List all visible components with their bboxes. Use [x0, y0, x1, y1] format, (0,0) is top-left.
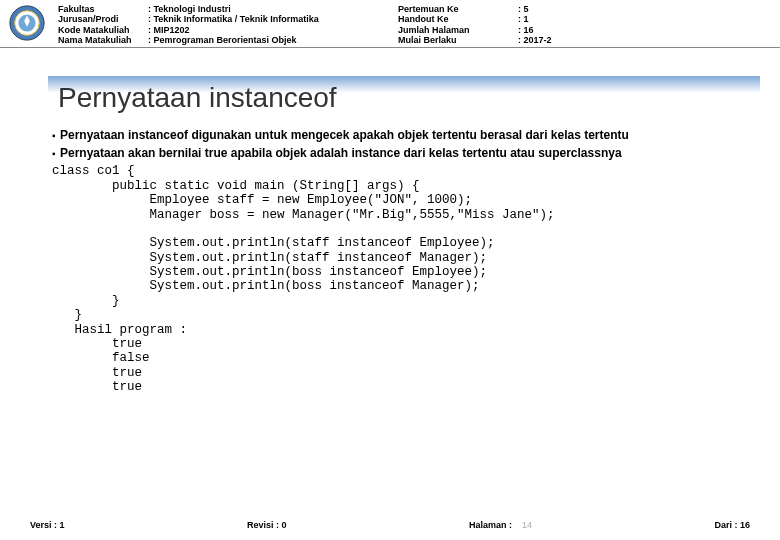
code-block: class co1 { public static void main (Str… — [52, 164, 750, 394]
hdr-v2-2: : 16 — [518, 25, 772, 35]
bullet-text: Pernyataan instanceof digunakan untuk me… — [60, 128, 629, 144]
bullet-icon: ▪ — [52, 128, 60, 144]
footer-revisi: Revisi : 0 — [247, 520, 287, 530]
footer-halaman: Halaman :14 — [469, 520, 532, 530]
hdr-l1-3: Nama Matakuliah — [58, 35, 148, 45]
bullet-text: Pernyataan akan bernilai true apabila ob… — [60, 146, 622, 162]
footer: Versi : 1 Revisi : 0 Halaman :14 Dari : … — [0, 520, 780, 530]
hdr-v1-0: : Teknologi Industri — [148, 4, 398, 14]
footer-dari: Dari : 16 — [714, 520, 750, 530]
institution-logo — [8, 4, 46, 42]
page-title-bar: Pernyataan instanceof — [48, 76, 760, 118]
bullet-item: ▪ Pernyataan akan bernilai true apabila … — [52, 146, 750, 162]
header: Fakultas Jurusan/Prodi Kode Matakuliah N… — [0, 0, 780, 48]
hdr-l2-1: Handout Ke — [398, 14, 518, 24]
hdr-l1-1: Jurusan/Prodi — [58, 14, 148, 24]
footer-versi: Versi : 1 — [30, 520, 65, 530]
hdr-l1-0: Fakultas — [58, 4, 148, 14]
hdr-v1-1: : Teknik Informatika / Teknik Informatik… — [148, 14, 398, 24]
hdr-v1-3: : Pemrograman Berorientasi Objek — [148, 35, 398, 45]
hdr-l2-3: Mulai Berlaku — [398, 35, 518, 45]
hdr-v1-2: : MIP1202 — [148, 25, 398, 35]
page-title: Pernyataan instanceof — [58, 82, 337, 113]
hdr-l2-0: Pertemuan Ke — [398, 4, 518, 14]
hdr-l2-2: Jumlah Halaman — [398, 25, 518, 35]
content-area: ▪ Pernyataan instanceof digunakan untuk … — [52, 128, 750, 394]
bullet-icon: ▪ — [52, 146, 60, 162]
bullet-item: ▪ Pernyataan instanceof digunakan untuk … — [52, 128, 750, 144]
hdr-v2-3: : 2017-2 — [518, 35, 772, 45]
hdr-l1-2: Kode Matakuliah — [58, 25, 148, 35]
hdr-v2-0: : 5 — [518, 4, 772, 14]
hdr-v2-1: : 1 — [518, 14, 772, 24]
